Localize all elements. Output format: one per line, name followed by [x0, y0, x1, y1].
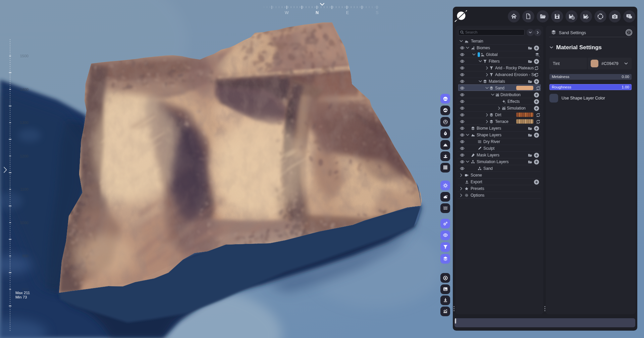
svg-text:Min 73: Min 73	[15, 295, 27, 299]
svg-text:S: S	[376, 10, 378, 15]
svg-text:1200: 1200	[20, 154, 29, 158]
svg-text:Max 211: Max 211	[15, 291, 30, 295]
svg-text:E: E	[346, 10, 349, 15]
svg-text:900: 900	[22, 254, 29, 258]
svg-text:?: ?	[628, 14, 629, 17]
svg-text:1500: 1500	[20, 54, 29, 58]
svg-text:1000: 1000	[20, 221, 29, 225]
svg-text:W: W	[285, 10, 289, 15]
svg-text:1100: 1100	[20, 187, 29, 191]
svg-text:1400: 1400	[20, 87, 29, 91]
svg-text:N: N	[316, 10, 319, 15]
svg-text:1300: 1300	[20, 121, 29, 125]
